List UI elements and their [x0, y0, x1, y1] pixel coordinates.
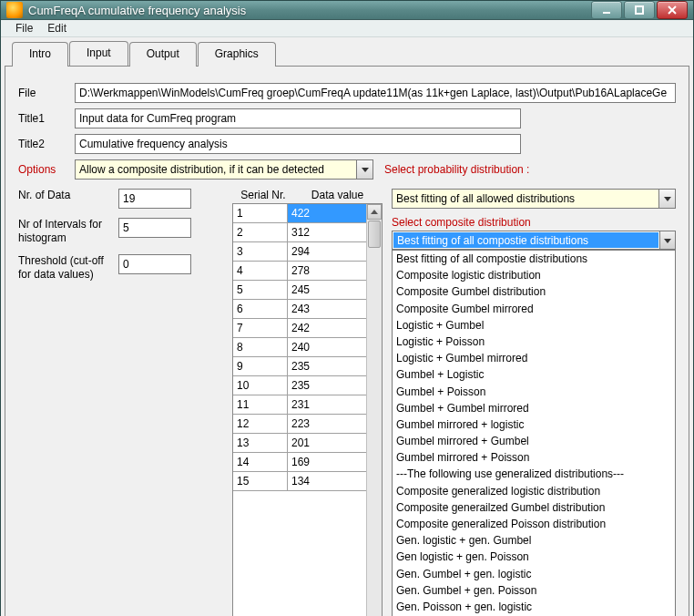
table-row[interactable]: 9235: [233, 357, 366, 376]
list-item[interactable]: Gumbel + Poisson: [393, 384, 675, 400]
grid-scrollbar[interactable]: [366, 204, 382, 616]
list-item[interactable]: Composite generailzed Gumbel distributio…: [393, 499, 675, 516]
list-item[interactable]: Gumbel + Gumbel mirrored: [393, 400, 675, 416]
col-serial: Serial Nr.: [234, 189, 292, 201]
svg-marker-5: [371, 210, 378, 214]
comp-dist-listbox[interactable]: Best fitting of all compostie distributi…: [392, 250, 676, 616]
svg-marker-8: [664, 239, 671, 243]
comp-dist-select[interactable]: Best fitting of all compostie distributi…: [392, 231, 676, 250]
list-item[interactable]: Composite Gumbel mirrored: [393, 301, 675, 317]
table-row[interactable]: 14169: [233, 453, 366, 472]
tab-body-input: File Title1 Title2 Options Allow a compo…: [5, 66, 689, 616]
comp-dist-value: Best fitting of all compostie distributi…: [393, 232, 658, 248]
col-datavalue: Data value: [292, 189, 383, 201]
threshold-input[interactable]: [118, 254, 191, 274]
label-threshold: Threshold (cut-off for data values): [18, 254, 118, 282]
list-item[interactable]: Gen. Gumbel + gen. logistic: [393, 566, 675, 582]
table-row[interactable]: 15134: [233, 472, 366, 491]
titlebar[interactable]: CumFreqA cumulative frequency analysis: [1, 1, 693, 20]
list-item[interactable]: Composite logistic distribution: [393, 267, 675, 283]
label-nr-intervals: Nr of Intervals for histogram: [18, 218, 118, 245]
list-item[interactable]: Gen. Gumbel + gen. Poisson: [393, 582, 675, 599]
table-row[interactable]: 13201: [233, 434, 366, 453]
table-row[interactable]: 1422: [233, 204, 366, 223]
tab-output[interactable]: Output: [129, 42, 197, 67]
file-input[interactable]: [75, 83, 676, 103]
list-item[interactable]: Gumbel + Logistic: [393, 366, 675, 383]
client-area: Intro Input Output Graphics File Title1 …: [1, 37, 693, 616]
chevron-down-icon: [356, 160, 373, 179]
nr-data-input[interactable]: [118, 189, 191, 209]
svg-marker-4: [362, 168, 369, 172]
tab-graphics[interactable]: Graphics: [198, 42, 276, 67]
scroll-up-icon[interactable]: [367, 204, 382, 220]
data-grid: Serial Nr. Data value 142223123294427852…: [232, 189, 383, 616]
chevron-down-icon: [659, 231, 675, 249]
menu-file[interactable]: File: [8, 20, 40, 36]
label-select-comp: Select composite distribution: [392, 216, 676, 229]
close-button[interactable]: [657, 1, 688, 19]
list-item[interactable]: Gen. Poisson + gen. logistic: [393, 599, 675, 615]
table-row[interactable]: 10235: [233, 376, 366, 395]
label-options: Options: [18, 163, 69, 176]
list-item[interactable]: Best fitting of all compostie distributi…: [393, 251, 675, 267]
list-item[interactable]: Composite generalized logistic distribut…: [393, 483, 675, 499]
label-file: File: [18, 87, 69, 99]
app-window: CumFreqA cumulative frequency analysis F…: [0, 0, 694, 616]
options-select[interactable]: Allow a composite distribution, if it ca…: [75, 159, 373, 180]
prob-dist-value: Best fitting of all allowed distribution…: [396, 192, 575, 205]
table-row[interactable]: 5245: [233, 281, 366, 300]
left-column: Nr. of Data Nr of Intervals for histogra…: [18, 189, 223, 616]
nr-intervals-input[interactable]: [118, 218, 191, 238]
list-item[interactable]: Gumbel mirrored + logistic: [393, 416, 675, 433]
list-item[interactable]: ---The following use generalized distrib…: [393, 466, 675, 482]
options-select-value: Allow a composite distribution, if it ca…: [79, 163, 324, 176]
chevron-down-icon: [658, 190, 675, 208]
label-nr-data: Nr. of Data: [18, 189, 118, 202]
list-item[interactable]: Gumbel mirrored + Gumbel: [393, 433, 675, 449]
list-item[interactable]: Logistic + Gumbel: [393, 317, 675, 334]
table-row[interactable]: 3294: [233, 242, 366, 262]
label-title2: Title2: [18, 138, 69, 150]
right-column: Best fitting of all allowed distribution…: [392, 189, 676, 616]
list-item[interactable]: Composite generalized Poisson distributi…: [393, 516, 675, 532]
svg-rect-1: [636, 6, 643, 14]
list-item[interactable]: Logistic + Gumbel mirrored: [393, 350, 675, 366]
svg-marker-7: [664, 197, 671, 201]
title2-input[interactable]: [75, 134, 521, 154]
table-row[interactable]: 11231: [233, 395, 366, 415]
label-title1: Title1: [18, 112, 69, 125]
table-row[interactable]: 2312: [233, 223, 366, 242]
prob-dist-select[interactable]: Best fitting of all allowed distribution…: [392, 189, 676, 209]
table-row[interactable]: 8240: [233, 338, 366, 357]
grid-body[interactable]: 1422231232944278524562437242824092351023…: [233, 204, 366, 616]
scroll-thumb[interactable]: [368, 221, 381, 248]
list-item[interactable]: Gumbel mirrored + Poisson: [393, 449, 675, 466]
list-item[interactable]: Gen logistic + gen. Poisson: [393, 549, 675, 565]
minimize-button[interactable]: [591, 1, 622, 19]
table-row[interactable]: 7242: [233, 319, 366, 338]
menu-edit[interactable]: Edit: [40, 20, 74, 36]
label-select-prob: Select probability distribution :: [384, 163, 529, 176]
tabstrip: Intro Input Output Graphics: [5, 41, 689, 66]
tab-intro[interactable]: Intro: [12, 42, 68, 67]
app-icon: [6, 2, 23, 18]
list-item[interactable]: Gen. logistic + gen. Gumbel: [393, 532, 675, 549]
table-row[interactable]: 12223: [233, 415, 366, 434]
menubar: File Edit: [1, 20, 693, 37]
table-row[interactable]: 4278: [233, 262, 366, 281]
maximize-button[interactable]: [624, 1, 655, 19]
list-item[interactable]: Composite Gumbel distribution: [393, 283, 675, 300]
table-row[interactable]: 6243: [233, 300, 366, 319]
window-title: CumFreqA cumulative frequency analysis: [28, 4, 591, 17]
list-item[interactable]: Logistic + Poisson: [393, 334, 675, 350]
title1-input[interactable]: [75, 108, 521, 128]
tab-input[interactable]: Input: [69, 41, 128, 66]
